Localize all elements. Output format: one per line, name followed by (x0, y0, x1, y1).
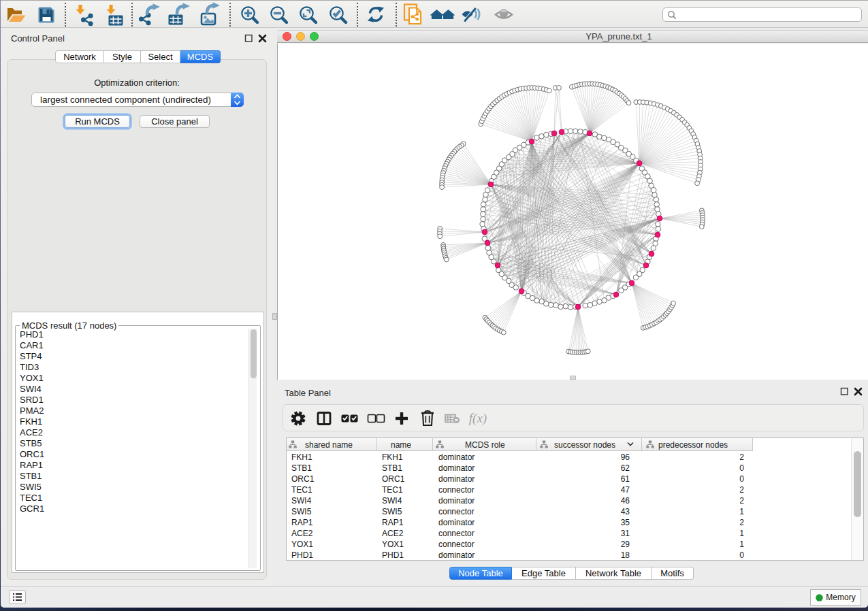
svg-text:f(x): f(x) (469, 411, 487, 426)
